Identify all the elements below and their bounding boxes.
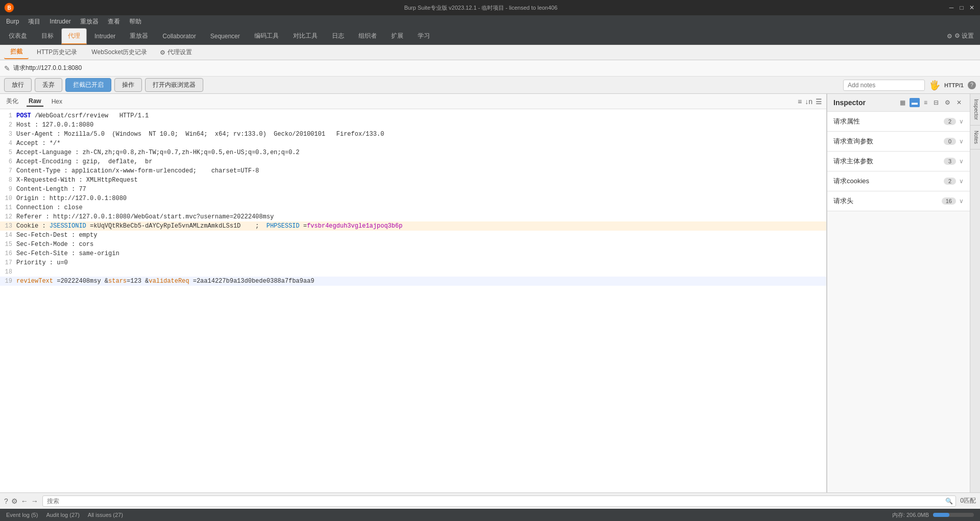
drop-button[interactable]: 丢弃 [35,78,62,92]
sub-tab-http-history[interactable]: HTTP历史记录 [31,46,83,59]
inspector-item-query-params[interactable]: 请求查询参数 0 ∨ [827,132,970,152]
table-row: 13 Cookie : JSESSIONID =kUqVQtRkBeCb5-dA… [0,221,826,231]
menu-repeater[interactable]: 重放器 [76,16,103,27]
inspector-count-group: 2 ∨ [944,118,964,125]
menu-view[interactable]: 查看 [104,16,124,27]
editor-tabs: 美化 Raw Hex ≡ ↓n ☰ [0,94,826,109]
memory-indicator: 内存: 206.0MB [892,511,929,519]
more-options-icon[interactable]: ☰ [816,97,822,106]
inspector-settings-icon[interactable]: ⚙ [943,98,952,107]
inspector-count-headers: 16 [942,197,956,205]
word-wrap-icon[interactable]: ≡ [798,97,802,106]
table-row: 19 reviewText =20222408msy &stars=123 &v… [0,277,826,286]
table-row: 16 Sec-Fetch-Site : same-origin [0,249,826,258]
search-input[interactable] [42,495,957,507]
table-row: 7 Content-Type : application/x-www-form-… [0,166,826,176]
table-row: 2 Host : 127.0.0.1:8080 [0,120,826,130]
tab-logger[interactable]: 日志 [325,28,351,44]
tab-target[interactable]: 目标 [35,28,60,44]
tab-encoder[interactable]: 编码工具 [248,28,285,44]
inspector-count-group: 16 ∨ [942,197,964,205]
inspector-header: Inspector ▦ ▬ ≡ ⊟ ⚙ ✕ [827,94,970,112]
menu-burp[interactable]: Burp [2,17,23,26]
tab-comparer[interactable]: 对比工具 [286,28,324,44]
inspector-item-headers[interactable]: 请求头 16 ∨ [827,191,970,211]
inspector-label-query-params: 请求查询参数 [833,137,873,146]
main-tabs: 仪表盘 目标 代理 Intruder 重放器 Collaborator Sequ… [2,28,437,44]
settings-bottom-icon[interactable]: ⚙ [11,497,18,505]
intercept-button[interactable]: 拦截已开启 [65,78,111,92]
tab-dashboard[interactable]: 仪表盘 [2,28,34,44]
action-right: 🖐 HTTP/1 ? [843,80,976,91]
menu-help[interactable]: 帮助 [125,16,146,27]
table-row: 11 Connection : close [0,203,826,212]
tab-hex[interactable]: Hex [50,97,64,106]
close-button[interactable]: ✕ [968,4,976,12]
minimize-button[interactable]: ─ [947,4,955,12]
inspector-label-request-attrs: 请求属性 [833,117,860,126]
action-button[interactable]: 操作 [114,78,142,92]
tab-proxy[interactable]: 代理 [61,28,87,44]
sidebar-tab-notes[interactable]: Notes [970,126,980,150]
tab-repeater[interactable]: 重放器 [123,28,155,44]
inspector-count-group: 3 ∨ [944,158,964,165]
editor-content[interactable]: 1 POST /WebGoat/csrf/review HTTP/1.1 2 H… [0,109,826,492]
tab-intruder[interactable]: Intruder [88,29,122,43]
search-bar: 🔍 [42,495,957,507]
tab-extensions[interactable]: 扩展 [385,28,410,44]
table-row: 10 Origin : http://127.0.0.1:8080 [0,194,826,203]
status-bar-left: Event log (5) Audit log (27) All issues … [6,512,123,518]
inspector-close-icon[interactable]: ✕ [954,98,964,107]
tab-sequencer[interactable]: Sequencer [204,29,247,43]
all-issues-link[interactable]: All issues (27) [88,512,123,518]
request-url: 请求http://127.0.0.1:8080 [13,64,82,72]
forward-button[interactable]: 放行 [4,78,32,92]
request-bar: ✎ 请求http://127.0.0.1:8080 [0,60,980,77]
back-icon[interactable]: ← [21,497,28,505]
inspector-item-body-params[interactable]: 请求主体参数 3 ∨ [827,152,970,171]
help-circle-icon[interactable]: ? [4,497,8,505]
table-row: 6 Accept-Encoding : gzip, deflate, br [0,157,826,166]
sub-tab-websocket-history[interactable]: WebSocket历史记录 [85,46,153,59]
sub-tab-intercept[interactable]: 拦截 [4,45,29,59]
inspector-item-request-attrs[interactable]: 请求属性 2 ∨ [827,112,970,132]
tab-collaborator[interactable]: Collaborator [156,29,202,43]
inspector-layout-icon1[interactable]: ▦ [898,98,907,107]
table-row: 3 User-Agent : Mozilla/5.0 (Windows NT 1… [0,130,826,139]
help-icon[interactable]: ? [968,81,976,89]
inspector-layout-icon2[interactable]: ▬ [910,98,920,107]
tab-raw[interactable]: Raw [27,96,43,107]
table-row: 8 X-Requested-With : XMLHttpRequest [0,176,826,185]
forward-icon[interactable]: → [31,497,38,505]
editor-tab-group: 美化 Raw Hex [4,96,64,107]
inspector-count-group: 0 ∨ [944,138,964,145]
menu-intruder[interactable]: Intruder [45,17,75,26]
inspector-count-body-params: 3 [944,158,956,165]
inspector-count-request-attrs: 2 [944,118,956,125]
status-bar: Event log (5) Audit log (27) All issues … [0,509,980,521]
tab-organizer[interactable]: 组织者 [352,28,384,44]
tab-learn[interactable]: 学习 [411,28,437,44]
browser-button[interactable]: 打开内嵌浏览器 [145,78,203,92]
sidebar-tab-inspector[interactable]: Inspector [970,94,980,126]
inspector-split-icon[interactable]: ⊟ [931,98,941,107]
main-content: 美化 Raw Hex ≡ ↓n ☰ 1 POST /WebGoat/csrf/r… [0,94,980,492]
event-log-link[interactable]: Event log (5) [6,512,38,518]
menu-project[interactable]: 项目 [24,16,44,27]
proxy-settings-button[interactable]: ⚙ 代理设置 [156,46,196,59]
inspector-align-icon[interactable]: ≡ [922,98,929,107]
table-row: 15 Sec-Fetch-Mode : cors [0,240,826,249]
inspector-count-cookies: 2 [944,178,956,185]
chevron-down-icon: ∨ [959,158,964,165]
table-row: 12 Referer : http://127.0.0.1:8080/WebGo… [0,212,826,221]
audit-log-link[interactable]: Audit log (27) [46,512,79,518]
add-notes-input[interactable] [843,80,925,91]
window-controls: ─ □ ✕ [947,4,976,12]
maximize-button[interactable]: □ [958,4,966,12]
inspector-controls: ▦ ▬ ≡ ⊟ ⚙ ✕ [898,98,964,107]
inspector-item-cookies[interactable]: 请求cookies 2 ∨ [827,171,970,191]
line-numbers-icon[interactable]: ↓n [805,97,812,106]
settings-button[interactable]: ⚙⚙ 设置 [943,30,978,42]
search-icon: 🔍 [945,498,953,505]
tab-beautify[interactable]: 美化 [4,96,20,107]
